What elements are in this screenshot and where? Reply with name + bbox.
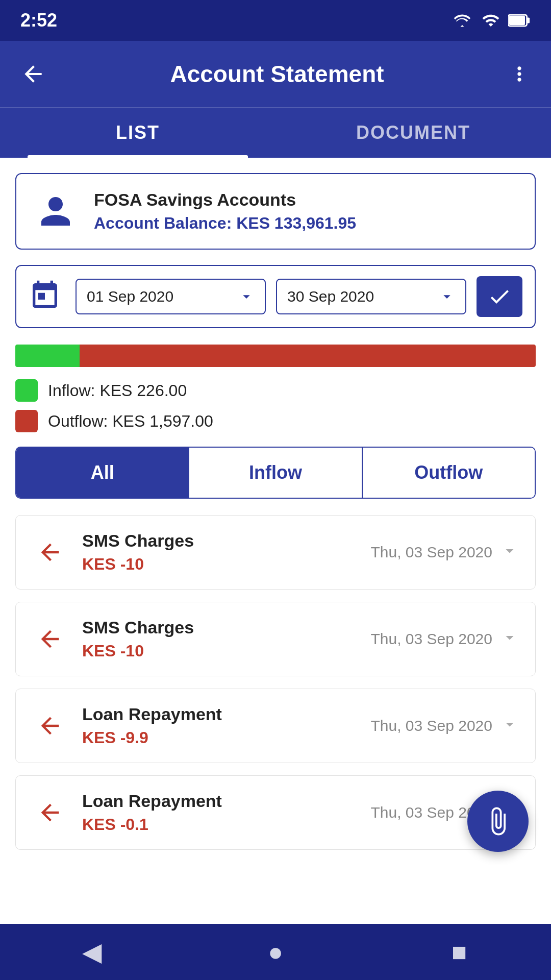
back-button[interactable] [20,61,46,87]
transaction-item[interactable]: Loan Repayment KES -9.9 Thu, 03 Sep 2020 [15,689,536,763]
outflow-arrow-icon [32,795,68,830]
transaction-date: Thu, 03 Sep 2020 [370,630,492,648]
transaction-name: SMS Charges [82,531,370,551]
date-confirm-button[interactable] [477,276,522,317]
calendar-icon [29,279,61,314]
date-filter: 01 Sep 2020 30 Sep 2020 [15,265,536,328]
account-icon [33,188,79,234]
transaction-list: SMS Charges KES -10 Thu, 03 Sep 2020 SMS… [15,515,536,862]
outflow-arrow-icon [32,621,68,657]
transaction-date: Thu, 03 Sep 2020 [370,717,492,734]
transaction-name: Loan Repayment [82,791,370,811]
outflow-label: Outflow: KES 1,597.00 [48,412,213,431]
account-info: FOSA Savings Accounts Account Balance: K… [94,190,356,233]
account-balance: Account Balance: KES 133,961.95 [94,214,356,233]
transaction-amount: KES -10 [82,642,370,660]
svg-rect-2 [527,18,530,23]
tab-list[interactable]: LIST [0,108,276,158]
battery-icon [508,13,531,28]
filter-inflow-button[interactable]: Inflow [189,448,362,498]
end-date-select[interactable]: 30 Sep 2020 [276,279,466,314]
inflow-label: Inflow: KES 226.00 [48,381,187,400]
inflow-bar [15,345,80,367]
status-bar: 2:52 [0,0,551,41]
transaction-amount: KES -9.9 [82,728,370,747]
status-icons [451,11,531,30]
transaction-item[interactable]: SMS Charges KES -10 Thu, 03 Sep 2020 [15,515,536,590]
transaction-name: SMS Charges [82,618,370,638]
filter-outflow-button[interactable]: Outflow [363,448,535,498]
account-card: FOSA Savings Accounts Account Balance: K… [15,173,536,250]
transaction-item[interactable]: Loan Repayment KES -0.1 Thu, 03 Sep 2020 [15,775,536,850]
outflow-arrow-icon [32,708,68,744]
inflow-legend: Inflow: KES 226.00 [15,379,536,402]
wifi-icon [451,12,473,29]
legend: Inflow: KES 226.00 Outflow: KES 1,597.00 [15,379,536,432]
transaction-date: Thu, 03 Sep 2020 [370,544,492,561]
main-content: FOSA Savings Accounts Account Balance: K… [0,158,551,964]
transaction-amount: KES -0.1 [82,815,370,834]
signal-icon [482,11,500,30]
nav-bar: ◀ ● ■ [0,924,551,980]
nav-home-button[interactable]: ● [255,932,296,972]
transaction-amount: KES -10 [82,555,370,574]
page-title: Account Statement [170,60,384,88]
tab-document[interactable]: DOCUMENT [276,108,551,158]
outflow-dot [15,410,38,432]
chevron-down-icon [500,542,519,564]
start-date-value: 01 Sep 2020 [87,288,173,305]
transaction-details: Loan Repayment KES -0.1 [82,791,370,834]
flow-progress-bar [15,345,536,367]
chevron-down-icon [500,628,519,650]
account-name: FOSA Savings Accounts [94,190,356,210]
chevron-down-icon [500,715,519,737]
header: Account Statement [0,41,551,107]
start-date-select[interactable]: 01 Sep 2020 [76,279,266,314]
tabs-bar: LIST DOCUMENT [0,107,551,158]
outflow-arrow-icon [32,534,68,570]
transaction-name: Loan Repayment [82,704,370,724]
nav-back-button[interactable]: ◀ [71,932,112,972]
end-date-value: 30 Sep 2020 [287,288,374,305]
outflow-bar [80,345,536,367]
filter-buttons: All Inflow Outflow [15,447,536,499]
transaction-item[interactable]: SMS Charges KES -10 Thu, 03 Sep 2020 [15,602,536,676]
transaction-details: SMS Charges KES -10 [82,531,370,574]
transaction-details: Loan Repayment KES -9.9 [82,704,370,747]
more-button[interactable] [508,63,531,85]
progress-section: Inflow: KES 226.00 Outflow: KES 1,597.00 [15,345,536,432]
attachment-fab[interactable] [467,791,529,852]
nav-recents-button[interactable]: ■ [439,932,480,972]
transaction-details: SMS Charges KES -10 [82,618,370,660]
outflow-legend: Outflow: KES 1,597.00 [15,410,536,432]
filter-all-button[interactable]: All [16,448,189,498]
svg-rect-1 [509,16,525,25]
status-time: 2:52 [20,10,57,31]
inflow-dot [15,379,38,402]
